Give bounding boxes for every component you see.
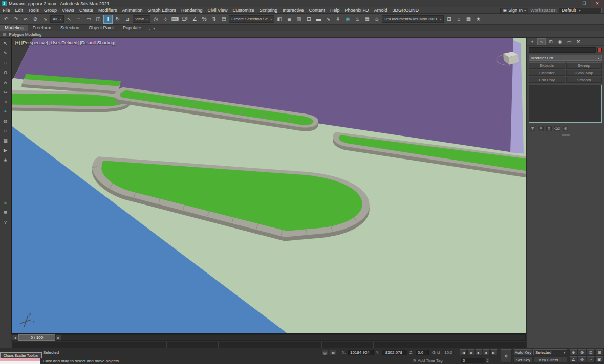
toolbar-extra-icon[interactable]: ⌂ xyxy=(454,15,463,24)
modifier-list-dropdown[interactable]: Modifier List ▾ xyxy=(529,55,602,61)
display-tab-icon[interactable]: ▭ xyxy=(565,38,573,46)
restore-button[interactable]: ❐ xyxy=(577,0,591,7)
menu-item[interactable]: Edit xyxy=(13,8,26,13)
zoom-icon[interactable]: ⊕ xyxy=(569,349,577,356)
menu-item[interactable]: Arnold xyxy=(372,8,390,13)
next-frame-arrow[interactable]: ▶ xyxy=(55,334,62,341)
zoom-extents-icon[interactable]: ⊡ xyxy=(587,349,595,356)
menu-item[interactable]: 3DGROUND xyxy=(390,8,422,13)
make-unique-icon[interactable]: ▯ xyxy=(546,126,552,131)
redo-icon[interactable]: ↷ xyxy=(11,15,20,24)
menu-item[interactable]: Create xyxy=(77,8,96,13)
rectangular-selection-icon[interactable]: ▭ xyxy=(84,15,93,24)
curve-editor-icon[interactable]: ∿ xyxy=(323,15,333,24)
auto-key-button[interactable]: Auto Key xyxy=(514,349,532,355)
menu-item[interactable]: Views xyxy=(59,8,77,13)
keyboard-override-icon[interactable]: ⌨ xyxy=(170,15,180,24)
spinner-arrows-icon[interactable]: ▲▼ xyxy=(485,358,489,363)
menu-item[interactable]: Interactive xyxy=(280,8,307,13)
toolbar-extra-icon[interactable]: ⊞ xyxy=(444,15,454,24)
workspace-dropdown[interactable]: Default ▾ xyxy=(559,8,602,13)
ribbon-minimize-icon[interactable]: ▾ xyxy=(153,27,155,31)
magnet-icon[interactable]: Ω xyxy=(2,69,10,77)
menu-item[interactable]: Modifiers xyxy=(96,8,120,13)
select-and-link-icon[interactable]: ∞ xyxy=(21,15,30,24)
menu-item[interactable]: File xyxy=(0,8,13,13)
ribbon-toggle-icon[interactable]: ▬ xyxy=(314,15,323,24)
diamond-icon[interactable]: ◈ xyxy=(2,156,10,164)
sign-in-button[interactable]: ◉ Sign In ▾ xyxy=(500,8,528,13)
select-and-manipulate-icon[interactable]: ⊹ xyxy=(161,15,170,24)
zoom-region-icon[interactable]: ⊞ xyxy=(595,349,603,356)
modifier-button[interactable]: Edit Poly xyxy=(529,77,565,83)
snaps-toggle-icon[interactable]: Ω³ xyxy=(180,15,189,24)
next-frame-button[interactable]: |▶ xyxy=(483,349,490,356)
remove-modifier-icon[interactable]: ⌫ xyxy=(554,126,560,131)
circle-icon[interactable]: ○ xyxy=(2,127,10,135)
create-tab-icon[interactable]: + xyxy=(528,38,536,46)
configure-modifier-sets-icon[interactable]: ⊛ xyxy=(563,126,568,131)
toolbar-extra-icon[interactable]: ★ xyxy=(473,15,483,24)
select-and-rotate-icon[interactable]: ↻ xyxy=(113,15,122,24)
key-filters-button[interactable]: Key Filters... xyxy=(533,357,567,363)
unlink-selection-icon[interactable]: ⊘ xyxy=(31,15,40,24)
project-folder-dropdown[interactable]: D:\Documents\3ds Max 2021 xyxy=(382,15,444,23)
toolbar-extra-icon[interactable]: ▦ xyxy=(464,15,473,24)
vray-sphere-icon[interactable]: ● xyxy=(2,107,10,116)
align-icon[interactable]: ≣ xyxy=(285,15,294,24)
select-object-icon[interactable]: ↖ xyxy=(64,15,74,24)
selection-lock-icon[interactable]: ⊠ xyxy=(330,350,336,356)
menu-item[interactable]: Scripting xyxy=(257,8,280,13)
mirror-icon[interactable]: ◧ xyxy=(275,15,284,24)
set-key-button[interactable]: Set Key xyxy=(514,357,532,363)
select-icon[interactable]: ↖ xyxy=(2,39,10,48)
select-and-move-icon[interactable]: ✛ xyxy=(103,15,113,24)
go-to-end-button[interactable]: ▶| xyxy=(490,349,498,356)
rendered-frame-icon[interactable]: ▦ xyxy=(362,15,372,24)
menu-item[interactable]: Content xyxy=(306,8,328,13)
use-pivot-center-icon[interactable]: ◎ xyxy=(151,15,160,24)
percent-snap-icon[interactable]: % xyxy=(200,15,209,24)
modifier-button[interactable]: Smooth xyxy=(566,77,602,83)
spinner-snap-icon[interactable]: ⇅ xyxy=(209,15,219,24)
modifier-button[interactable]: Sweep xyxy=(566,62,602,69)
reference-coordinate-dropdown[interactable]: View xyxy=(133,15,150,23)
menu-item[interactable]: Customize xyxy=(230,8,257,13)
frame-number-spinner[interactable]: 0 ▲▼ xyxy=(461,358,489,363)
pin-stack-icon[interactable]: ∓ xyxy=(530,126,535,131)
field-of-view-icon[interactable]: ∠ xyxy=(569,356,577,363)
menu-item[interactable]: Help xyxy=(328,8,342,13)
selection-filter-dropdown[interactable]: All xyxy=(50,15,64,23)
schematic-view-icon[interactable]: # xyxy=(333,15,342,24)
maximize-viewport-icon[interactable]: ▣ xyxy=(595,356,603,363)
close-button[interactable]: ✕ xyxy=(591,0,604,7)
render-setup-icon[interactable]: ♨ xyxy=(353,15,362,24)
track-bar[interactable] xyxy=(11,342,526,348)
viewport-label[interactable]: [+] [Perspective] [User Defined] [Defaul… xyxy=(15,40,115,46)
scene-explorer-icon[interactable]: ⊟ xyxy=(304,15,313,24)
grid-icon[interactable]: ▦ xyxy=(2,136,10,145)
text-icon[interactable]: A xyxy=(2,78,10,86)
scatter-tree-icon[interactable]: ♣ xyxy=(2,199,10,207)
y-coord-field[interactable]: -8302,078 xyxy=(382,350,407,355)
object-name-field[interactable] xyxy=(529,47,596,53)
lasso-icon[interactable]: ◌ xyxy=(2,59,10,67)
hierarchy-tab-icon[interactable]: ⊞ xyxy=(547,38,555,46)
motion-tab-icon[interactable]: ◉ xyxy=(556,38,564,46)
menu-item[interactable]: Animation xyxy=(119,8,145,13)
tab-modeling[interactable]: Modeling xyxy=(0,25,28,31)
ribbon-panel-title[interactable]: Polygon Modeling xyxy=(9,32,42,37)
tab-object-paint[interactable]: Object Paint xyxy=(84,25,118,31)
modifier-button[interactable]: Chamfer xyxy=(529,70,565,76)
orbit-icon[interactable]: ◔ xyxy=(587,356,595,363)
go-to-start-button[interactable]: |◀ xyxy=(460,349,467,356)
bind-to-space-warp-icon[interactable]: ∿ xyxy=(40,15,50,24)
menu-item[interactable]: Phoenix FD xyxy=(342,8,372,13)
named-selection-dropdown[interactable]: Create Selection Se xyxy=(229,15,274,23)
material-editor-icon[interactable]: ◉ xyxy=(343,15,352,24)
zoom-all-icon[interactable]: ⊛ xyxy=(578,349,586,356)
utilities-tab-icon[interactable]: ⚒ xyxy=(574,38,583,46)
pan-icon[interactable]: ✛ xyxy=(578,356,586,363)
list-icon[interactable]: ≣ xyxy=(2,209,10,217)
add-time-tag[interactable]: Add Time Tag xyxy=(418,358,443,363)
